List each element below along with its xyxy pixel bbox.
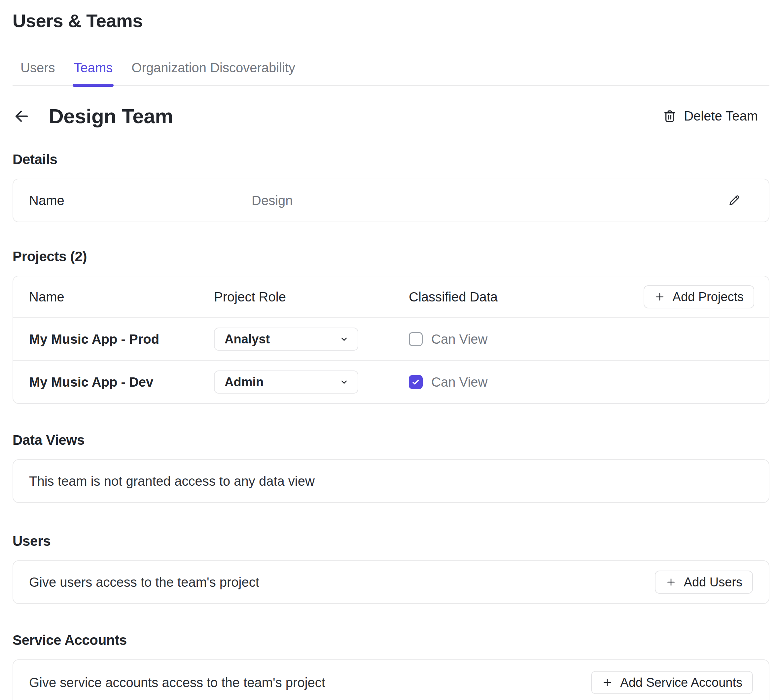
add-projects-button[interactable]: Add Projects xyxy=(644,285,754,308)
edit-name-button[interactable] xyxy=(727,193,741,207)
table-row: My Music App - Prod Analyst Can View xyxy=(13,317,769,360)
can-view-label: Can View xyxy=(431,375,487,390)
users-description: Give users access to the team's project xyxy=(29,575,259,590)
back-button[interactable] xyxy=(13,107,30,125)
col-header-name: Name xyxy=(29,290,214,305)
service-accounts-card: Give service accounts access to the team… xyxy=(13,659,770,700)
name-label: Name xyxy=(29,193,252,208)
tab-teams[interactable]: Teams xyxy=(73,60,113,75)
trash-icon xyxy=(662,108,677,124)
plus-icon xyxy=(601,677,613,688)
name-value: Design xyxy=(252,193,293,208)
chevron-down-icon xyxy=(339,334,349,344)
details-heading: Details xyxy=(13,152,770,167)
data-views-heading: Data Views xyxy=(13,432,770,448)
users-card: Give users access to the team's project … xyxy=(13,560,770,604)
project-name: My Music App - Prod xyxy=(29,332,214,347)
tab-organization-discoverability[interactable]: Organization Discoverability xyxy=(132,60,295,75)
project-role-value: Analyst xyxy=(225,332,270,347)
team-title: Design Team xyxy=(49,104,173,128)
users-teams-page: Users & Teams Users Teams Organization D… xyxy=(0,0,778,700)
delete-team-label: Delete Team xyxy=(684,108,758,123)
service-accounts-heading: Service Accounts xyxy=(13,632,770,648)
plus-icon xyxy=(665,577,676,588)
chevron-down-icon xyxy=(339,377,349,387)
project-role-value: Admin xyxy=(225,375,263,389)
details-card: Name Design xyxy=(13,178,770,222)
users-heading: Users xyxy=(13,533,770,549)
team-header: Design Team Delete Team xyxy=(13,104,770,128)
add-users-label: Add Users xyxy=(684,575,742,589)
service-accounts-description: Give service accounts access to the team… xyxy=(29,675,325,690)
data-views-empty-message: This team is not granted access to any d… xyxy=(29,474,315,489)
add-projects-label: Add Projects xyxy=(673,290,744,304)
check-icon xyxy=(411,377,420,387)
projects-heading: Projects (2) xyxy=(13,248,770,265)
pencil-icon xyxy=(727,193,741,207)
classified-data-cell: Can View xyxy=(409,375,754,390)
page-title: Users & Teams xyxy=(13,10,770,32)
classified-data-cell: Can View xyxy=(409,332,754,347)
project-role-select[interactable]: Analyst xyxy=(214,328,358,351)
arrow-left-icon xyxy=(13,107,30,125)
col-header-classified-data: Classified Data xyxy=(409,290,644,305)
delete-team-button[interactable]: Delete Team xyxy=(662,108,758,124)
project-role-select[interactable]: Admin xyxy=(214,370,358,393)
plus-icon xyxy=(654,291,665,302)
projects-card: Name Project Role Classified Data Add Pr… xyxy=(13,276,770,404)
can-view-label: Can View xyxy=(431,332,487,347)
col-header-project-role: Project Role xyxy=(214,290,409,305)
add-service-accounts-button[interactable]: Add Service Accounts xyxy=(591,671,753,694)
data-views-card: This team is not granted access to any d… xyxy=(13,459,770,503)
project-name: My Music App - Dev xyxy=(29,375,214,390)
projects-table-header: Name Project Role Classified Data Add Pr… xyxy=(13,277,769,317)
tab-users[interactable]: Users xyxy=(20,60,55,75)
add-service-accounts-label: Add Service Accounts xyxy=(620,675,742,690)
tab-bar: Users Teams Organization Discoverability xyxy=(13,60,770,86)
details-name-row: Name Design xyxy=(13,179,769,222)
add-users-button[interactable]: Add Users xyxy=(655,570,753,594)
table-row: My Music App - Dev Admin Can View xyxy=(13,360,769,403)
can-view-checkbox[interactable] xyxy=(409,332,423,346)
can-view-checkbox[interactable] xyxy=(409,375,423,389)
